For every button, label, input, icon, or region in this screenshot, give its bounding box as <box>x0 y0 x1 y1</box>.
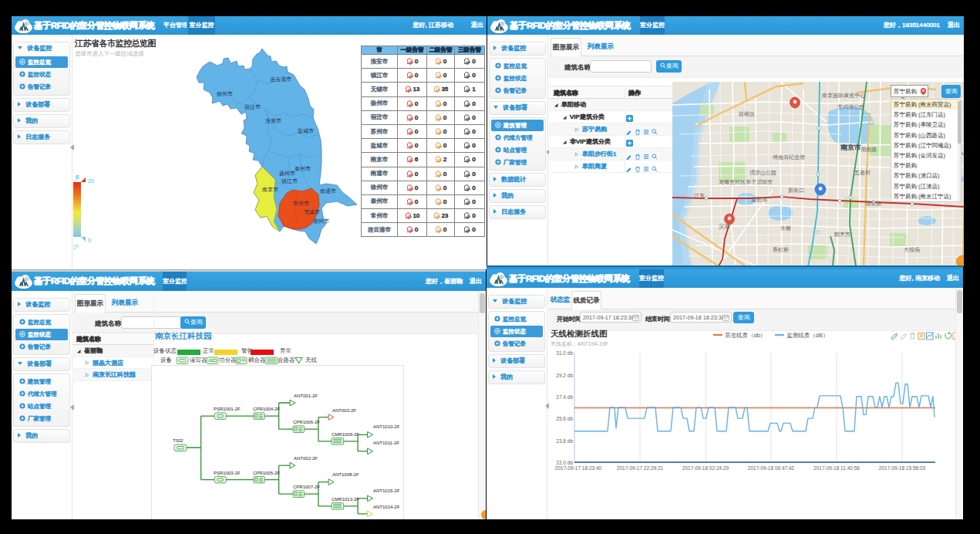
svg-text:ANT1015-2F: ANT1015-2F <box>373 488 400 493</box>
svg-text:25.6 db: 25.6 db <box>556 416 573 421</box>
svg-text:PSR1001-2F: PSR1001-2F <box>214 407 241 411</box>
svg-text:ANT002-2F: ANT002-2F <box>294 456 318 461</box>
svg-text:ANT001-2F: ANT001-2F <box>294 394 318 398</box>
svg-text:2017-09-17 18:23:40: 2017-09-17 18:23:40 <box>555 465 602 471</box>
svg-text:宿迁市: 宿迁市 <box>244 103 261 110</box>
svg-text:CPR1007-2F: CPR1007-2F <box>293 485 320 489</box>
svg-text:莫愁湖: 莫愁湖 <box>751 197 767 203</box>
svg-text:淮安市: 淮安市 <box>265 117 281 124</box>
svg-text:31.0 db: 31.0 db <box>556 350 573 356</box>
svg-text:赛虹桥: 赛虹桥 <box>773 246 789 253</box>
svg-text:水榭: 水榭 <box>780 225 791 231</box>
svg-text:龙蟠里社区亲子活动室: 龙蟠里社区亲子活动室 <box>719 179 773 185</box>
svg-text:22.0 db: 22.0 db <box>556 460 573 465</box>
svg-text:泰州市: 泰州市 <box>295 165 311 172</box>
svg-text:CPR1005-2F: CPR1005-2F <box>253 471 280 475</box>
svg-text:2017-09-18 06:47:42: 2017-09-18 06:47:42 <box>748 465 795 471</box>
svg-text:南通市: 南通市 <box>320 188 336 194</box>
svg-text:T002: T002 <box>173 438 184 443</box>
svg-text:连云港市: 连云港市 <box>270 76 291 83</box>
svg-text:徐州市: 徐州市 <box>217 90 233 97</box>
svg-text:2017-09-18 15:58:03: 2017-09-18 15:58:03 <box>879 465 926 471</box>
svg-text:2017-09-18 11:40:56: 2017-09-18 11:40:56 <box>813 465 860 471</box>
svg-text:镇江市: 镇江市 <box>281 177 298 184</box>
svg-text:CPR1006-2F: CPR1006-2F <box>293 420 320 424</box>
svg-text:苏州市: 苏州市 <box>313 218 329 224</box>
svg-text:南京市: 南京市 <box>262 186 278 192</box>
svg-text:新街口: 新街口 <box>788 187 804 194</box>
svg-text:27.4 db: 27.4 db <box>556 394 573 400</box>
svg-text:南京国际展览中心: 南京国际展览中心 <box>822 93 865 99</box>
svg-text:23.8 db: 23.8 db <box>556 438 573 444</box>
svg-text:CMR1009-2F: CMR1009-2F <box>332 432 359 437</box>
svg-text:PSR1003-2F: PSR1003-2F <box>214 471 241 475</box>
svg-text:傅抱石纪念馆: 傅抱石纪念馆 <box>773 154 805 161</box>
svg-text:2017-09-18 02:24:29: 2017-09-18 02:24:29 <box>682 465 729 471</box>
svg-text:扬州市: 扬州市 <box>279 170 295 177</box>
svg-text:ANT1014-2F: ANT1014-2F <box>373 505 400 509</box>
svg-text:清凉山公园: 清凉山公园 <box>749 170 776 176</box>
svg-text:无锡市: 无锡市 <box>304 208 320 215</box>
svg-text:朝天宫: 朝天宫 <box>834 232 850 237</box>
svg-text:CMR1013-2F: CMR1013-2F <box>332 497 359 502</box>
svg-text:ANT1011-2F: ANT1011-2F <box>373 441 399 445</box>
svg-text:ANT1008-2F: ANT1008-2F <box>332 472 359 477</box>
svg-text:大校场: 大校场 <box>904 247 920 253</box>
svg-text:湖南路: 湖南路 <box>860 147 877 153</box>
svg-text:五老村: 五老村 <box>854 170 871 176</box>
svg-text:常州市: 常州市 <box>293 200 309 206</box>
svg-text:南京市: 南京市 <box>840 144 861 151</box>
svg-text:ANT003-2F: ANT003-2F <box>332 408 356 413</box>
svg-text:2017-09-17 22:29:21: 2017-09-17 22:29:21 <box>617 465 664 471</box>
svg-text:29.2 db: 29.2 db <box>556 373 573 378</box>
svg-text:瑞金路: 瑞金路 <box>865 201 881 207</box>
svg-text:CPR1004-2F: CPR1004-2F <box>253 407 280 411</box>
svg-text:江东: 江东 <box>694 193 705 199</box>
svg-text:盐城市: 盐城市 <box>298 127 314 134</box>
svg-text:玄武湖公园: 玄武湖公园 <box>837 104 864 110</box>
svg-text:鼓楼区: 鼓楼区 <box>739 111 755 117</box>
svg-text:ANT1010-2F: ANT1010-2F <box>373 424 400 429</box>
